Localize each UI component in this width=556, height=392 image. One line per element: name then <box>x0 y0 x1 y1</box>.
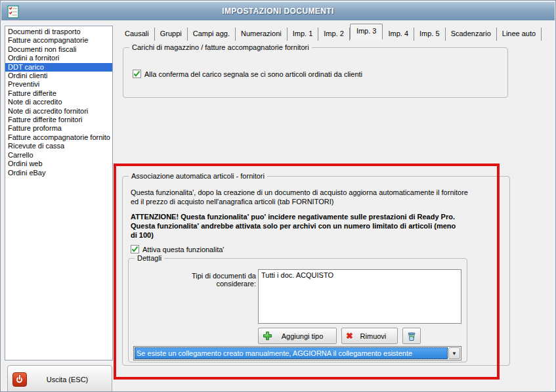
doc-types-label: Tipi di documenti da considerare: <box>154 272 256 288</box>
exit-button-label: Uscita (ESC) <box>27 376 112 383</box>
title-bar: IMPOSTAZIONI DOCUMENTI <box>1 1 555 20</box>
list-item[interactable]: Note di accredito <box>5 98 112 106</box>
list-item[interactable]: Fatture differite <box>5 89 112 98</box>
funzionalita-description: Questa funzionalita', dopo la creazione … <box>131 188 477 206</box>
list-item[interactable]: Ordini a fornitori <box>5 54 112 62</box>
add-type-button[interactable]: Aggiungi tipo <box>258 328 337 344</box>
carichi-groupbox-title: Carichi di magazzino / fatture accompagn… <box>129 43 312 51</box>
chevron-down-icon[interactable]: ▼ <box>448 347 460 359</box>
tab-imp4[interactable]: Imp. 4 <box>383 28 414 41</box>
list-item[interactable]: Fatture proforma <box>5 124 112 133</box>
tab-scadenzario[interactable]: Scadenzario <box>446 28 497 41</box>
tab-imp2[interactable]: Imp. 2 <box>318 28 350 41</box>
tab-gruppi[interactable]: Gruppi <box>155 28 188 41</box>
carico-segnala-label: Alla conferma del carico segnala se ci s… <box>144 70 362 78</box>
attiva-funzionalita-label: Attiva questa funzionalita' <box>142 246 224 253</box>
list-item[interactable]: Note di accredito fornitori <box>5 107 112 116</box>
list-item[interactable]: Documenti di trasporto <box>5 28 112 36</box>
plus-icon <box>263 331 272 341</box>
dettagli-groupbox-title: Dettagli <box>135 254 164 262</box>
associazione-groupbox-title: Associazione automatica articoli - forni… <box>129 172 267 180</box>
doc-type-item[interactable]: Tutti i doc. ACQUISTO <box>261 271 458 279</box>
attenzione-warning-text: ATTENZIONE! Questa funzionalita' puo' in… <box>131 212 462 240</box>
list-item[interactable]: Documenti non fiscali <box>5 45 112 54</box>
doc-types-listbox[interactable]: Tutti i doc. ACQUISTO <box>258 269 461 324</box>
list-item[interactable]: Fatture accompagnatorie fornito <box>5 133 112 142</box>
power-icon <box>12 372 27 387</box>
tab-imp1[interactable]: Imp. 1 <box>288 28 319 41</box>
remove-type-button-label: Rimuovi <box>353 332 393 340</box>
tab-causali[interactable]: Causali <box>119 28 155 41</box>
associazione-groupbox: Associazione automatica articoli - forni… <box>122 176 510 366</box>
list-item-selected[interactable]: DDT carico <box>5 63 112 72</box>
document-type-list[interactable]: Documenti di trasporto Fatture accompagn… <box>5 26 113 360</box>
dettagli-groupbox: Dettagli Tipi di documenti da considerar… <box>128 258 467 362</box>
list-item[interactable]: Fatture accompagnatorie <box>5 36 112 45</box>
list-item[interactable]: Ordini clienti <box>5 72 112 80</box>
tab-imp5[interactable]: Imp. 5 <box>414 28 446 41</box>
add-type-button-label: Aggiungi tipo <box>272 332 332 340</box>
window-title: IMPOSTAZIONI DOCUMENTI <box>1 7 555 16</box>
tab-imp3-selected[interactable]: Imp. 3 <box>350 24 383 39</box>
list-item[interactable]: Preventivi <box>5 80 112 89</box>
list-item[interactable]: Fatture differite fornitori <box>5 116 112 124</box>
list-item[interactable]: Carrello <box>5 151 112 160</box>
settings-window: IMPOSTAZIONI DOCUMENTI Documenti di tras… <box>0 0 556 392</box>
collegamento-dropdown-value: Se esiste un collegamento creato manualm… <box>135 347 448 359</box>
exit-button[interactable]: Uscita (ESC) <box>7 365 112 392</box>
x-icon: ✖ <box>346 332 353 340</box>
recycle-bin-icon <box>406 331 417 341</box>
list-item[interactable]: Ricevute di cassa <box>5 142 112 150</box>
tab-numerazioni[interactable]: Numerazioni <box>236 28 288 41</box>
carico-segnala-checkbox[interactable] <box>133 70 141 78</box>
carichi-groupbox: Carichi di magazzino / fatture accompagn… <box>123 47 508 98</box>
remove-type-button[interactable]: ✖ Rimuovi <box>341 328 398 344</box>
tab-linee-auto[interactable]: Linee auto <box>497 28 542 41</box>
list-item[interactable]: Ordini eBay <box>5 169 112 177</box>
clear-list-button[interactable] <box>402 328 421 344</box>
checkmark-icon <box>133 70 140 77</box>
tab-campi-agg[interactable]: Campi agg. <box>188 28 236 41</box>
checkmark-icon <box>131 246 139 253</box>
list-item[interactable]: Ordini web <box>5 160 112 168</box>
tab-strip: Causali Gruppi Campi agg. Numerazioni Im… <box>119 27 542 41</box>
collegamento-dropdown[interactable]: Se esiste un collegamento creato manualm… <box>133 346 461 360</box>
attiva-funzionalita-checkbox[interactable] <box>131 245 139 253</box>
